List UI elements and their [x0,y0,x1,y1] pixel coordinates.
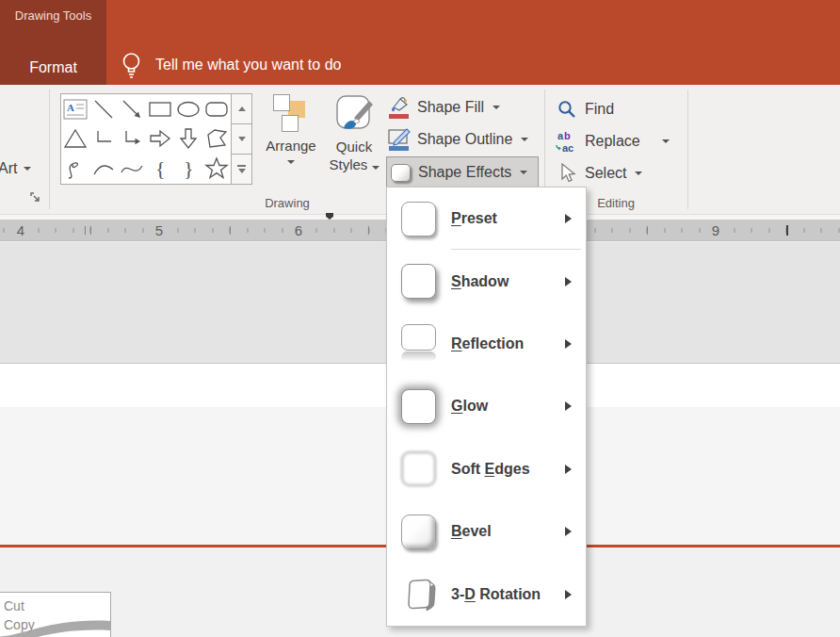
quick-styles-label-2: Styles [329,155,379,173]
shape-freeform-icon[interactable] [202,124,231,155]
find-label: Find [585,101,614,118]
svg-text:}: } [184,156,194,180]
menu-item-preset[interactable]: Preset [387,188,586,250]
shape-rounded-rectangle-icon[interactable] [202,94,231,124]
replace-label: Replace [585,133,640,150]
shape-outline-label: Shape Outline [417,131,512,148]
preset-effect-icon [401,202,436,237]
chevron-down-icon [287,160,295,164]
svg-text:A: A [67,102,74,113]
submenu-arrow-icon [565,401,572,411]
triangle-down-icon [238,137,246,141]
gallery-scroll-down-button[interactable] [232,124,251,155]
tell-me-box[interactable]: Tell me what you want to do [121,47,341,83]
select-button[interactable]: Select [555,157,642,188]
select-label: Select [585,165,626,182]
find-icon [555,97,579,122]
chevron-down-icon [520,171,527,174]
shape-star-icon[interactable] [202,154,231,184]
gallery-scrollbar [231,94,251,184]
bevel-effect-icon [401,514,436,549]
arrange-label: Arrange [266,137,315,155]
chevron-down-icon [493,106,500,109]
embedded-screenshot-image[interactable]: Cut Copy [0,592,111,637]
shape-outline-icon [388,128,411,151]
ruler-number: 5 [153,221,166,239]
chevron-down-icon [662,139,670,143]
shape-text-box-icon[interactable]: A [61,94,89,124]
3d-rotation-effect-icon [401,577,436,612]
submenu-arrow-icon [565,277,572,286]
ribbon-tab-header: Drawing Tools Format Tell me what you wa… [0,0,840,85]
tell-me-text: Tell me what you want to do [155,57,341,74]
menu-item-shadow[interactable]: Shadow [387,250,586,312]
menu-item-soft-edges[interactable]: Soft Edges [387,438,586,500]
menu-item-label: Reflection [451,335,524,352]
group-separator [49,90,50,209]
drawing-group-label: Drawing [254,196,320,210]
submenu-arrow-icon [565,465,572,474]
menu-item-label: Bevel [451,523,492,540]
menu-item-bevel[interactable]: Bevel [387,500,586,563]
menu-item-label: Glow [451,398,488,415]
chevron-down-icon [24,167,31,171]
shape-triangle-icon[interactable] [61,124,89,155]
shape-fill-label: Shape Fill [417,99,484,116]
shape-left-brace-icon[interactable]: { [146,154,174,184]
soft-edges-effect-icon [401,451,436,486]
arrange-icon [272,93,310,137]
find-button[interactable]: Find [555,93,614,124]
drawing-tools-contextual-group: Drawing Tools Format [0,0,106,85]
reflection-effect-icon [401,324,436,364]
more-bar-icon [237,165,246,167]
menu-item-reflection[interactable]: Reflection [387,313,586,375]
shape-fill-icon [388,96,411,119]
gallery-scroll-up-button[interactable] [232,94,251,124]
gray-swoosh-graphic [0,593,111,637]
group-separator [687,90,688,209]
shape-arrow-icon[interactable] [118,94,146,124]
tab-format[interactable]: Format [0,51,106,85]
shape-effects-menu: Preset Shadow Reflection Glow Soft Edges [386,187,587,627]
shape-right-arrow-icon[interactable] [146,124,174,155]
triangle-up-icon [238,106,246,111]
dialog-launcher-button[interactable] [28,190,42,204]
menu-item-3d-rotation[interactable]: 3-D Rotation [387,564,586,626]
gallery-more-button[interactable] [232,155,251,184]
menu-item-label: Soft Edges [451,461,530,478]
powerpoint-window: Drawing Tools Format Tell me what you wa… [0,0,840,637]
shape-line-icon[interactable] [89,94,118,124]
ruler-number: 6 [292,221,305,239]
shape-oval-icon[interactable] [174,94,202,124]
triangle-down-icon [238,169,246,173]
quick-styles-label-1: Quick [336,138,372,155]
quick-styles-button[interactable]: Quick Styles [324,90,384,200]
arrange-button[interactable]: Arrange [262,90,320,200]
replace-button[interactable]: a b ac Replace [555,125,670,156]
shape-arc-icon[interactable] [89,154,118,184]
shape-curve-icon[interactable] [118,154,146,184]
shape-down-arrow-icon[interactable] [174,124,202,155]
shape-scribble-icon[interactable] [61,154,89,184]
wordart-styles-partial[interactable]: Art [0,160,31,177]
shape-right-brace-icon[interactable]: } [174,154,202,184]
shape-outline-button[interactable]: Shape Outline [388,123,541,155]
shape-effects-button[interactable]: Shape Effects [386,156,539,188]
contextual-group-label: Drawing Tools [0,8,106,23]
shape-elbow-arrow-connector-icon[interactable] [118,124,146,155]
submenu-arrow-icon [565,590,572,599]
shape-effects-label: Shape Effects [418,164,511,181]
shape-elbow-connector-icon[interactable] [89,124,118,155]
ruler-margin-marker[interactable] [786,225,788,236]
replace-icon: a b ac [555,129,579,154]
ruler-number: 4 [14,221,27,239]
chevron-down-icon [372,166,380,170]
fill-color-bar [389,114,409,119]
submenu-arrow-icon [565,527,572,536]
shape-fill-button[interactable]: Shape Fill [388,91,541,122]
lightbulb-icon [121,51,142,79]
menu-item-glow[interactable]: Glow [387,375,586,437]
shadow-effect-icon [401,264,436,299]
svg-text:ac: ac [562,142,573,154]
shape-rectangle-icon[interactable] [146,94,174,124]
